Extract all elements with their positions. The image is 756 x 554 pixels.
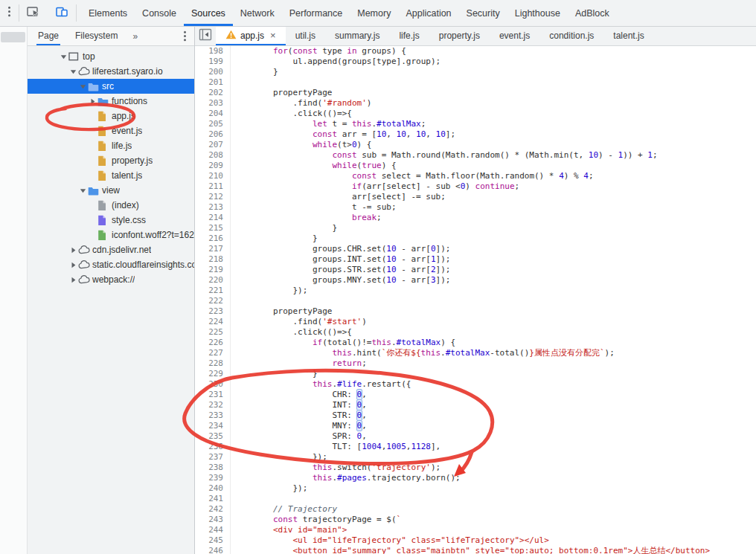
hide-navigator-button[interactable] [195,27,216,45]
line-number[interactable]: 215 [195,223,223,233]
line-number[interactable]: 230 [195,379,223,390]
sidebar-tab-filesystem[interactable]: Filesystem [74,27,119,45]
line-number[interactable]: 199 [195,57,223,67]
tree-item-webpack[interactable]: webpack:// [28,272,194,287]
editor-tab-talent-js[interactable]: talent.js [603,27,653,45]
chevron-right-icon[interactable] [88,98,97,105]
close-icon[interactable]: × [270,30,276,40]
editor-tab-app-js[interactable]: app.js× [216,27,286,45]
line-number[interactable]: 209 [195,161,223,171]
tree-item-app-js[interactable]: app.js [28,109,194,123]
inspect-element-button[interactable] [19,0,48,26]
tab-performance[interactable]: Performance [282,0,350,26]
line-number[interactable]: 224 [195,317,223,327]
more-tabs-button[interactable]: » [132,27,138,45]
line-number[interactable]: 226 [195,338,223,348]
editor-tab-condition-js[interactable]: condition.js [539,27,603,45]
line-number[interactable]: 221 [195,286,223,296]
tab-application[interactable]: Application [398,0,458,26]
editor-tab-event-js[interactable]: event.js [490,27,539,45]
tree-item-functions[interactable]: functions [28,94,194,109]
editor-tab-life-js[interactable]: life.js [389,27,429,45]
line-number[interactable]: 232 [195,400,223,410]
line-number[interactable]: 202 [195,88,223,98]
line-number[interactable]: 244 [195,525,223,535]
line-number[interactable]: 204 [195,109,223,119]
line-number[interactable]: 210 [195,171,223,181]
chevron-right-icon[interactable] [68,277,78,283]
code-lines[interactable]: for(const type in groups) { ul.append(gr… [231,46,756,554]
tab-sources[interactable]: Sources [184,0,233,26]
chevron-down-icon[interactable] [78,187,88,194]
editor-tab-property-js[interactable]: property.js [429,27,490,45]
line-number[interactable]: 246 [195,546,223,554]
tree-item-property-js[interactable]: property.js [28,153,194,168]
line-number[interactable]: 206 [195,129,223,140]
tree-item-liferestart-syaro-io[interactable]: liferestart.syaro.io [28,64,194,79]
line-number[interactable]: 240 [195,483,223,494]
editor-tab-summary-js[interactable]: summary.js [325,27,389,45]
line-number[interactable]: 243 [195,515,223,525]
tree-item-top[interactable]: top [28,49,194,64]
tree-item-index[interactable]: (index) [28,198,194,213]
tree-item-cdn-jsdelivr-net[interactable]: cdn.jsdelivr.net [28,242,194,257]
line-number[interactable]: 233 [195,410,223,421]
line-number[interactable]: 228 [195,358,223,369]
line-number[interactable]: 208 [195,150,223,161]
tab-adblock[interactable]: AdBlock [568,0,617,26]
sidebar-tab-page[interactable]: Page [36,27,60,45]
line-number[interactable]: 205 [195,119,223,129]
tree-item-view[interactable]: view [28,183,194,198]
line-number[interactable]: 229 [195,369,223,379]
chevron-right-icon[interactable] [68,247,78,254]
line-number[interactable]: 213 [195,202,223,213]
line-number[interactable]: 220 [195,275,223,286]
line-number[interactable]: 217 [195,244,223,254]
chevron-down-icon[interactable] [59,54,68,60]
line-number[interactable]: 203 [195,98,223,109]
line-number[interactable]: 207 [195,140,223,150]
line-number[interactable]: 212 [195,192,223,202]
line-number[interactable]: 242 [195,504,223,515]
tab-lighthouse[interactable]: Lighthouse [507,0,568,26]
line-number[interactable]: 201 [195,77,223,88]
chevron-down-icon[interactable] [78,83,88,90]
tree-item-style-css[interactable]: style.css [28,213,194,228]
line-number[interactable]: 237 [195,452,223,463]
tree-item-talent-js[interactable]: talent.js [28,168,194,183]
tree-item-iconfont-woff2-t-162894468[interactable]: iconfont.woff2?t=162894468 [28,228,194,242]
line-number[interactable]: 234 [195,421,223,431]
line-number[interactable]: 200 [195,67,223,77]
tree-item-life-js[interactable]: life.js [28,138,194,153]
line-number[interactable]: 216 [195,233,223,244]
tree-item-src[interactable]: src [28,79,194,94]
device-toolbar-button[interactable] [48,0,76,26]
line-number[interactable]: 238 [195,463,223,473]
line-number[interactable]: 211 [195,181,223,192]
line-number[interactable]: 235 [195,431,223,442]
line-number[interactable]: 225 [195,327,223,338]
tab-elements[interactable]: Elements [81,0,135,26]
line-number[interactable]: 223 [195,306,223,317]
line-number[interactable]: 222 [195,296,223,306]
line-number[interactable]: 231 [195,390,223,400]
line-number[interactable]: 219 [195,265,223,275]
navigator-kebab-menu-button[interactable] [176,27,194,45]
kebab-menu-button[interactable] [0,0,19,26]
line-number[interactable]: 241 [195,494,223,504]
line-number[interactable]: 236 [195,442,223,452]
chevron-down-icon[interactable] [68,68,78,75]
editor-tab-util-js[interactable]: util.js [286,27,325,45]
tree-item-event-js[interactable]: event.js [28,123,194,138]
line-number[interactable]: 214 [195,213,223,223]
line-number[interactable]: 198 [195,46,223,57]
tab-memory[interactable]: Memory [350,0,398,26]
line-number[interactable]: 227 [195,348,223,358]
tree-item-static-cloudflareinsights-com[interactable]: static.cloudflareinsights.com [28,257,194,272]
tab-console[interactable]: Console [135,0,184,26]
tab-network[interactable]: Network [233,0,282,26]
chevron-right-icon[interactable] [68,262,78,268]
line-number[interactable]: 239 [195,473,223,483]
tab-security[interactable]: Security [459,0,507,26]
line-number[interactable]: 218 [195,254,223,265]
